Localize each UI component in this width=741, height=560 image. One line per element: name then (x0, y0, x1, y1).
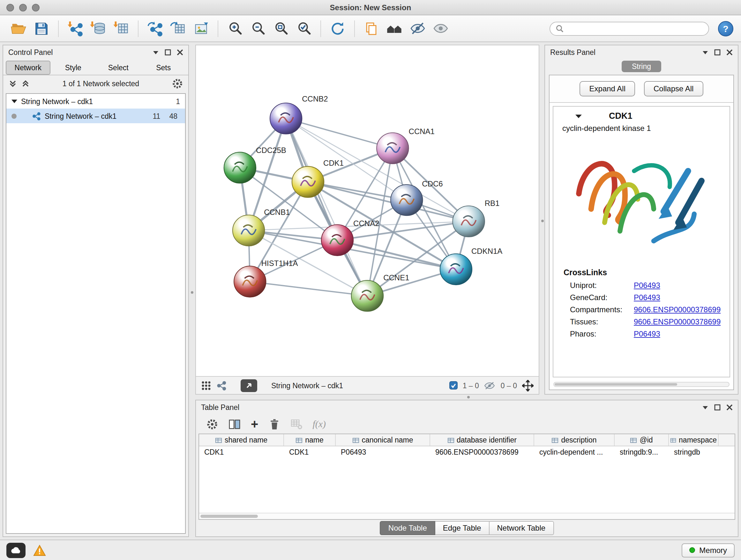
tab-style[interactable]: Style (51, 61, 96, 75)
column-header-name[interactable]: name (284, 434, 336, 446)
panel-maximize-icon[interactable] (165, 49, 171, 56)
table-horizontal-scrollbar[interactable] (199, 513, 735, 519)
network-node-cdkn1a[interactable] (440, 254, 472, 285)
crosslink-link[interactable]: P06493 (634, 329, 660, 338)
network-collection-row[interactable]: String Network – cdk1 1 (6, 94, 185, 109)
new-network-button[interactable] (144, 17, 166, 39)
memory-button[interactable]: Memory (681, 543, 735, 557)
network-node-cdc25b[interactable] (224, 152, 256, 183)
table-row[interactable]: CDK1CDK1P064939606.ENSP00000378699cyclin… (199, 446, 735, 458)
network-edge[interactable] (286, 118, 367, 296)
cloud-status-button[interactable] (6, 543, 25, 558)
column-header-description[interactable]: description (534, 434, 615, 446)
network-node-ccnb1[interactable] (232, 215, 265, 246)
refresh-button[interactable] (327, 17, 348, 39)
move-crosshair-icon[interactable] (522, 380, 534, 391)
results-horizontal-scrollbar[interactable] (553, 382, 730, 387)
zoom-out-button[interactable] (247, 17, 269, 39)
network-node-ccna1[interactable] (377, 133, 408, 164)
tab-network[interactable]: Network (6, 61, 51, 75)
panel-close-icon[interactable] (177, 49, 183, 56)
export-image-button[interactable] (190, 17, 212, 39)
table-cell[interactable]: CDK1 (199, 446, 284, 458)
hidden-elements-icon[interactable] (484, 381, 495, 390)
table-settings-gear-icon[interactable] (206, 418, 218, 430)
panel-resize-handle[interactable] (189, 45, 195, 537)
selected-nodes-checkbox[interactable] (449, 381, 458, 389)
panel-close-icon[interactable] (726, 49, 733, 56)
network-edge[interactable] (250, 282, 367, 296)
tab-select[interactable]: Select (96, 61, 141, 75)
column-header--id[interactable]: @id (615, 434, 669, 446)
delete-table-icon[interactable] (290, 419, 302, 429)
save-session-button[interactable] (30, 17, 52, 39)
gear-icon[interactable] (172, 78, 183, 89)
zoom-window-button[interactable] (32, 3, 40, 11)
warning-icon[interactable] (33, 544, 46, 556)
home-button[interactable] (384, 17, 405, 39)
column-header-database-identifier[interactable]: database identifier (430, 434, 534, 446)
collapse-all-button[interactable]: Collapse All (644, 81, 703, 97)
expanded-arrow-icon[interactable] (11, 99, 17, 104)
network-edge[interactable] (286, 118, 393, 148)
duplicate-page-button[interactable] (360, 17, 382, 39)
panel-float-icon[interactable] (702, 50, 709, 55)
table-panel-resize-handle[interactable] (195, 395, 738, 400)
minimize-window-button[interactable] (19, 3, 27, 11)
network-node-ccnb2[interactable] (270, 103, 302, 134)
tab-string[interactable]: String (622, 61, 661, 72)
crosslink-link[interactable]: P06493 (634, 293, 660, 302)
crosslink-link[interactable]: 9606.ENSP00000378699 (634, 317, 721, 326)
collapse-all-icon[interactable] (8, 79, 17, 88)
new-table-button[interactable] (167, 17, 189, 39)
import-table-from-file-button[interactable] (111, 17, 132, 39)
zoom-fit-button[interactable] (270, 17, 292, 39)
zoom-selected-button[interactable] (293, 17, 315, 39)
close-window-button[interactable] (6, 3, 14, 11)
tab-network-table[interactable]: Network Table (489, 521, 554, 535)
network-node-cdk1[interactable] (292, 166, 324, 197)
panel-close-icon[interactable] (726, 404, 733, 411)
help-button[interactable]: ? (718, 21, 733, 36)
open-session-button[interactable] (8, 17, 29, 39)
network-canvas[interactable]: CCNB2CCNA1CDC25BCDK1CDC6RB1CCNB1CCNA2CDK… (196, 45, 539, 376)
panel-maximize-icon[interactable] (714, 49, 721, 56)
tab-edge-table[interactable]: Edge Table (435, 521, 489, 535)
network-overview-icon[interactable] (216, 380, 226, 390)
table-cell[interactable]: cyclin-dependent ... (534, 446, 615, 458)
table-cell[interactable]: stringdb (669, 446, 719, 458)
column-header-namespace[interactable]: namespace (669, 434, 719, 446)
collapse-section-arrow-icon[interactable] (575, 113, 582, 118)
open-in-new-window-button[interactable] (241, 379, 257, 392)
crosslink-link[interactable]: 9606.ENSP00000378699 (634, 305, 721, 314)
function-builder-fx[interactable]: f(x) (313, 419, 326, 429)
crosslink-link[interactable]: P06493 (634, 281, 660, 290)
table-cell[interactable]: CDK1 (284, 446, 336, 458)
hide-graphics-button[interactable] (407, 17, 428, 39)
zoom-in-button[interactable] (224, 17, 246, 39)
network-node-rb1[interactable] (453, 206, 484, 237)
panel-float-icon[interactable] (702, 405, 709, 410)
table-cell[interactable]: P06493 (336, 446, 430, 458)
column-header-shared-name[interactable]: shared name (199, 434, 284, 446)
search-field[interactable] (549, 21, 709, 36)
add-function-plus-icon[interactable]: + (251, 418, 258, 430)
search-input[interactable] (567, 24, 703, 32)
import-network-from-file-button[interactable] (64, 17, 86, 39)
results-resize-handle[interactable] (539, 45, 544, 395)
table-cell[interactable]: stringdb:9... (615, 446, 669, 458)
show-columns-icon[interactable] (228, 418, 241, 430)
panel-maximize-icon[interactable] (714, 404, 721, 411)
network-node-cdc6[interactable] (391, 185, 422, 215)
grid-mode-icon[interactable] (201, 380, 211, 390)
import-network-from-database-button[interactable] (87, 17, 109, 39)
tab-sets[interactable]: Sets (141, 61, 186, 75)
expand-all-button[interactable]: Expand All (580, 81, 635, 97)
expand-all-icon[interactable] (21, 79, 30, 88)
network-node-ccne1[interactable] (351, 280, 383, 311)
network-node-hist1h1a[interactable] (234, 266, 266, 297)
table-cell[interactable]: 9606.ENSP00000378699 (430, 446, 534, 458)
tab-node-table[interactable]: Node Table (380, 521, 435, 535)
network-row[interactable]: String Network – cdk1 11 48 (6, 109, 185, 123)
delete-trash-icon[interactable] (268, 418, 280, 430)
